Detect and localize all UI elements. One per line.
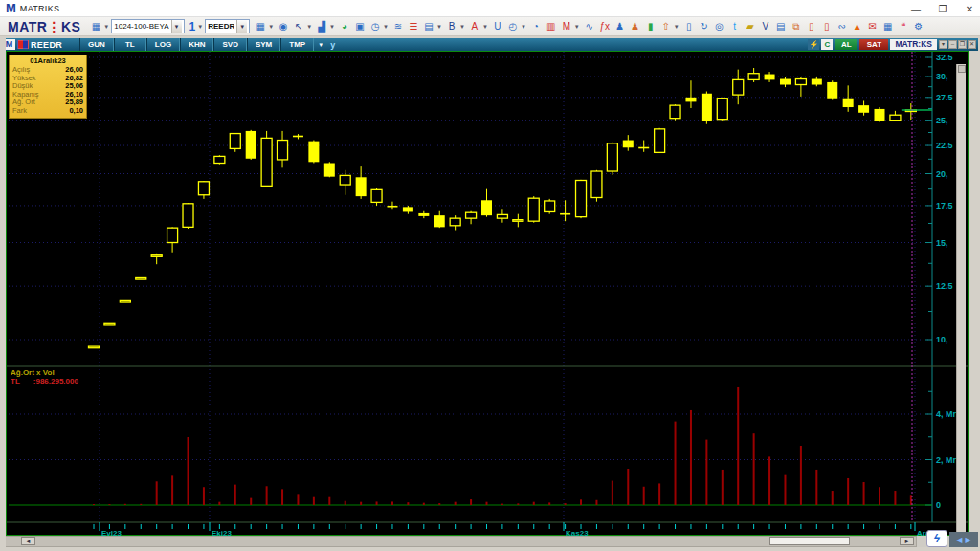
close-button[interactable]: ✕ bbox=[963, 4, 976, 14]
page-number[interactable]: 1 bbox=[189, 20, 196, 33]
chart-button-tmp[interactable]: TMP bbox=[280, 38, 314, 51]
mail-icon[interactable]: ✉ bbox=[866, 19, 880, 33]
viop-icon[interactable]: ▥ bbox=[545, 19, 558, 33]
bar-chart-icon[interactable]: ▟ bbox=[315, 19, 328, 33]
window-icon[interactable]: ⧉ bbox=[790, 19, 803, 33]
chat-icon[interactable]: ❝ bbox=[897, 19, 910, 33]
save-dropdown-arrow[interactable]: ▼ bbox=[103, 24, 109, 30]
ohlc-info-box: 01Aralık23 Açılış26,00Yüksek26,82Düşük25… bbox=[9, 55, 87, 119]
chart-nav-arrows[interactable]: ◀▶ bbox=[949, 532, 978, 547]
list-icon[interactable]: ☰ bbox=[407, 19, 420, 33]
clock-icon[interactable]: ◷ bbox=[368, 19, 382, 33]
candle-sm2-icon[interactable]: ▯ bbox=[820, 19, 834, 33]
book-icon-dropdown[interactable]: ▼ bbox=[436, 24, 442, 30]
period-dropdown-arrow[interactable]: ▼ bbox=[314, 42, 327, 48]
svg-text:30,: 30, bbox=[936, 72, 948, 81]
chart-button-khn[interactable]: KHN bbox=[180, 38, 213, 51]
cursor-icon[interactable]: ↖ bbox=[292, 19, 305, 33]
minimize-button[interactable]: — bbox=[909, 4, 923, 14]
zoom-icon[interactable]: ◉ bbox=[277, 19, 290, 33]
maximize-button[interactable]: ❐ bbox=[936, 4, 949, 14]
gauge-icon-dropdown[interactable]: ▼ bbox=[521, 24, 526, 30]
nav-right-icon[interactable]: ▶ bbox=[966, 536, 971, 544]
page-dropdown-arrow[interactable]: ▼ bbox=[197, 24, 203, 30]
matriks-m-icon[interactable]: M bbox=[560, 19, 573, 33]
nav-left-icon[interactable]: ◀ bbox=[956, 536, 962, 544]
buy-al-button[interactable]: AL bbox=[835, 39, 858, 50]
lightning-icon[interactable]: ⚡ bbox=[808, 39, 819, 50]
chart-button-gun[interactable]: GUN bbox=[79, 38, 114, 51]
scrollbar-thumb[interactable] bbox=[769, 537, 850, 545]
link-icon[interactable]: ∾ bbox=[835, 19, 849, 33]
folder-icon[interactable]: ▰ bbox=[744, 19, 757, 33]
right-scroll-strip[interactable] bbox=[956, 64, 966, 549]
document-icon[interactable]: ▯ bbox=[682, 19, 696, 33]
upload-box-icon[interactable]: ⇧ bbox=[659, 19, 673, 33]
users-icon[interactable]: ♟ bbox=[629, 19, 642, 33]
sell-sat-button[interactable]: SAT bbox=[859, 39, 888, 50]
chart-titlebar[interactable]: M REEDR GUNTLLOGKHNSVDSYMTMP ▼ y ⚡ C AL … bbox=[2, 38, 978, 51]
symbol-combo-arrow[interactable]: ▼ bbox=[236, 20, 247, 33]
chart-win-button-3[interactable]: ✕ bbox=[968, 40, 976, 49]
scroll-left-button[interactable]: ◄ bbox=[21, 537, 35, 545]
svg-text:15,: 15, bbox=[936, 238, 948, 248]
svg-text:32.5: 32.5 bbox=[936, 53, 953, 62]
v-icon[interactable]: V bbox=[759, 19, 772, 33]
gauge2-icon[interactable]: ◔ bbox=[529, 19, 543, 33]
font-a-icon[interactable]: A bbox=[468, 19, 481, 33]
gauge-icon[interactable]: ◴ bbox=[506, 19, 520, 33]
search2-icon[interactable]: ◎ bbox=[713, 19, 726, 33]
save-icon-dropdown[interactable]: ▼ bbox=[268, 24, 274, 30]
traffic-light-icon[interactable]: ▮ bbox=[644, 19, 657, 33]
candlestick-chart[interactable]: 32.530,27.525,22.520,17.515,12.510,4, Mr… bbox=[7, 52, 969, 537]
indicator-title: Ağ.Ort x Vol bbox=[11, 368, 78, 377]
svg-text:20,: 20, bbox=[936, 169, 948, 179]
fx-icon[interactable]: ƒx bbox=[598, 19, 612, 33]
volume-indicator-header: Ağ.Ort x Vol TL:986.295.000 bbox=[11, 368, 78, 386]
chart-button-tl[interactable]: TL bbox=[114, 38, 146, 51]
font-a-icon-dropdown[interactable]: ▼ bbox=[482, 24, 488, 30]
pie-chart-icon[interactable]: ◕ bbox=[338, 19, 351, 33]
user-icon[interactable]: ♟ bbox=[613, 19, 627, 33]
svg-text:0: 0 bbox=[936, 500, 941, 510]
bold-b-icon-dropdown[interactable]: ▼ bbox=[459, 24, 465, 30]
calculator-icon[interactable]: ▦ bbox=[881, 19, 895, 33]
chart-win-button-0[interactable]: ▾ bbox=[939, 40, 947, 49]
handshake-icon[interactable]: ≋ bbox=[391, 19, 405, 33]
cursor-icon-dropdown[interactable]: ▼ bbox=[306, 24, 312, 30]
chart-area[interactable]: 32.530,27.525,22.520,17.515,12.510,4, Mr… bbox=[6, 51, 969, 536]
clock-icon-dropdown[interactable]: ▼ bbox=[383, 24, 389, 30]
strip-top-button[interactable] bbox=[958, 65, 966, 73]
toolbar-icon-strip: ▦▼◉↖▼▟▼◕▣◷▼≋☰▤▼B▼A▼U◴▼◔▥M▼∿ƒx♟♟▮⇧▼▯↻◎t▰V… bbox=[253, 19, 926, 33]
bold-b-icon[interactable]: B bbox=[445, 19, 458, 33]
refresh-icon[interactable]: ↻ bbox=[698, 19, 711, 33]
chart-button-svd[interactable]: SVD bbox=[213, 38, 246, 51]
chart-win-button-1[interactable]: – bbox=[948, 40, 957, 49]
line-chart-icon[interactable]: ∿ bbox=[583, 19, 596, 33]
matriks-spinner-icon[interactable]: ϟ bbox=[926, 530, 947, 547]
workspace-combo[interactable]: 1024-100-BEYA▼ bbox=[111, 19, 184, 33]
symbol-search-combo[interactable]: REEDR▼ bbox=[205, 19, 250, 33]
underline-u-icon[interactable]: U bbox=[491, 19, 504, 33]
matriks-m-icon-dropdown[interactable]: ▼ bbox=[574, 24, 580, 30]
alarm-icon[interactable]: ▲ bbox=[851, 19, 864, 33]
gears-icon[interactable]: ⚙ bbox=[912, 19, 925, 33]
upload-box-icon-dropdown[interactable]: ▼ bbox=[674, 24, 679, 30]
bar-chart-icon-dropdown[interactable]: ▼ bbox=[329, 24, 335, 30]
chart-button-log[interactable]: LOG bbox=[146, 38, 180, 51]
c-button[interactable]: C bbox=[821, 39, 833, 50]
chart-button-sym[interactable]: SYM bbox=[247, 38, 280, 51]
svg-text:10,: 10, bbox=[936, 335, 948, 344]
report-icon[interactable]: ▤ bbox=[774, 19, 788, 33]
save-workspace-icon[interactable]: ▦ bbox=[89, 19, 102, 33]
chart-win-button-2[interactable]: ❐ bbox=[958, 40, 967, 49]
twitter-share-icon[interactable]: y bbox=[327, 40, 338, 50]
save-icon[interactable]: ▦ bbox=[254, 19, 267, 33]
monitor-icon[interactable]: ▣ bbox=[353, 19, 367, 33]
indicator-value: :986.295.000 bbox=[33, 377, 78, 386]
twitter-icon[interactable]: t bbox=[728, 19, 742, 33]
candle-sm-icon[interactable]: ▯ bbox=[805, 19, 818, 33]
book-icon[interactable]: ▤ bbox=[422, 19, 435, 33]
scroll-right-button[interactable]: ► bbox=[900, 537, 914, 545]
workspace-combo-arrow[interactable]: ▼ bbox=[171, 20, 182, 33]
